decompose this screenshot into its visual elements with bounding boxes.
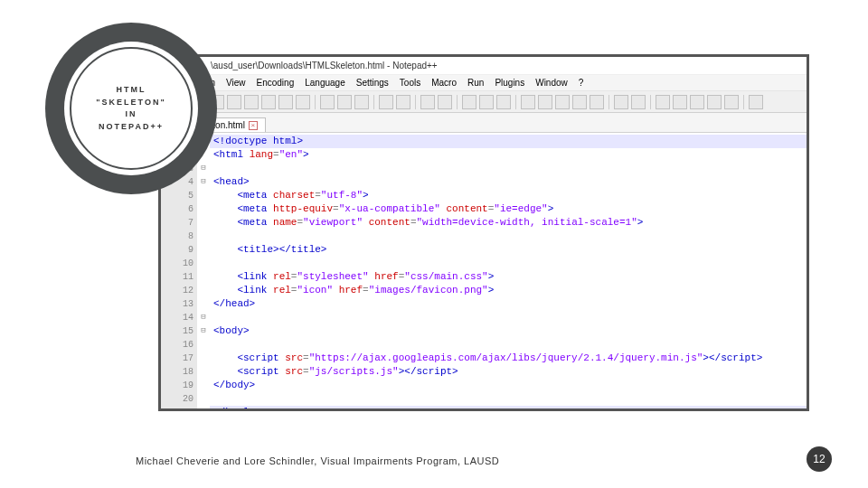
menu-item-settings[interactable]: Settings <box>356 78 389 88</box>
code-line: </html> <box>210 406 807 411</box>
fold-marker <box>197 202 210 216</box>
menu-item-macro[interactable]: Macro <box>431 78 457 88</box>
fold-marker <box>197 216 210 230</box>
toolbar-separator <box>373 95 374 109</box>
code-area[interactable]: <!doctype html><html lang="en"> <head> <… <box>210 133 807 408</box>
code-line: <meta charset="utf-8"> <box>210 189 807 202</box>
menu-item-view[interactable]: View <box>226 78 246 88</box>
fold-marker[interactable]: ⊟ <box>197 324 210 338</box>
code-line: <head> <box>210 175 807 189</box>
badge-text: HTML "SKELETON" IN NOTEPAD++ <box>96 84 165 133</box>
menu-item-window[interactable]: Window <box>535 78 568 88</box>
fold-marker[interactable]: ⊟ <box>197 311 210 324</box>
line-number: 20 <box>174 392 193 406</box>
line-number: 12 <box>174 284 193 297</box>
menu-item-plugins[interactable]: Plugins <box>495 78 524 88</box>
save-icon[interactable] <box>227 95 241 109</box>
undo-icon[interactable] <box>379 95 393 109</box>
fold-marker <box>197 284 210 297</box>
toolbar-separator <box>609 95 609 109</box>
menu-item-?[interactable]: ? <box>579 78 584 88</box>
close-all-icon[interactable] <box>278 95 293 109</box>
fold-marker <box>197 338 210 352</box>
badge-line: IN <box>96 108 165 121</box>
code-line <box>210 311 807 324</box>
title-badge-inner: HTML "SKELETON" IN NOTEPAD++ <box>64 42 198 175</box>
code-line: <meta http-equiv="x-ua-compatible" conte… <box>210 202 807 216</box>
play-icon[interactable] <box>673 95 687 109</box>
line-number: 21 <box>174 406 193 411</box>
code-editor[interactable]: 123456789101112131415161718192021 ⊟⊟⊟⊟⊟⊟… <box>161 133 807 408</box>
window-titlebar: \ausd_user\Downloads\HTMLSkeleton.html -… <box>161 57 807 75</box>
play2-icon[interactable] <box>707 95 722 109</box>
line-number: 6 <box>174 202 193 216</box>
line-number: 19 <box>174 379 193 392</box>
page-number-badge: 12 <box>807 446 832 472</box>
rec-icon[interactable] <box>656 95 670 109</box>
code-line <box>210 162 807 175</box>
fold-margin[interactable]: ⊟⊟⊟⊟⊟⊟ <box>197 133 210 408</box>
save-all-icon[interactable] <box>244 95 259 109</box>
line-number: 9 <box>174 243 193 257</box>
unfold-icon[interactable] <box>590 95 604 109</box>
toolbar-separator <box>415 95 416 109</box>
window-title: \ausd_user\Downloads\HTMLSkeleton.html -… <box>211 61 438 70</box>
close-icon[interactable] <box>261 95 276 109</box>
indent-icon[interactable] <box>555 95 570 109</box>
fold-marker <box>197 257 210 270</box>
abc-icon[interactable] <box>749 95 763 109</box>
code-line: <link rel="icon" href="images/favicon.pn… <box>210 284 807 297</box>
screenshot-frame: \ausd_user\Downloads\HTMLSkeleton.html -… <box>158 54 809 411</box>
code-line <box>210 338 807 352</box>
line-number: 16 <box>174 338 193 352</box>
line-number: 13 <box>174 297 193 311</box>
code-line: <title></title> <box>210 243 807 257</box>
fold-icon[interactable] <box>572 95 587 109</box>
menu-item-language[interactable]: Language <box>305 78 345 88</box>
fold-marker[interactable]: ⊟ <box>197 406 210 411</box>
menu-item-tools[interactable]: Tools <box>400 78 420 88</box>
fold-marker <box>197 352 210 365</box>
dir-icon[interactable] <box>631 95 646 109</box>
code-line: <!doctype html> <box>210 135 807 148</box>
code-line: <html lang="en"> <box>210 148 807 162</box>
fold-marker <box>197 243 210 257</box>
wrap-icon[interactable] <box>521 95 535 109</box>
paste-icon[interactable] <box>354 95 369 109</box>
code-line: <link rel="stylesheet" href="css/main.cs… <box>210 270 807 284</box>
line-number: 18 <box>174 365 193 379</box>
chars-icon[interactable] <box>538 95 552 109</box>
fold-marker[interactable]: ⊟ <box>197 175 210 189</box>
code-line: <body> <box>210 324 807 338</box>
code-line: <script src="https://ajax.googleapis.com… <box>210 352 807 365</box>
close-icon[interactable]: × <box>249 121 258 130</box>
code-line: <meta name="viewport" content="width=dev… <box>210 216 807 230</box>
fold-marker <box>197 379 210 392</box>
stop-icon[interactable] <box>690 95 704 109</box>
menubar: earchViewEncodingLanguageSettingsToolsMa… <box>161 75 807 91</box>
line-number: 7 <box>174 216 193 230</box>
replace-icon[interactable] <box>438 95 452 109</box>
fold-marker <box>197 365 210 379</box>
code-line <box>210 392 807 406</box>
toolbar-separator <box>650 95 651 109</box>
menu-item-encoding[interactable]: Encoding <box>257 78 295 88</box>
cut-icon[interactable] <box>320 95 335 109</box>
code-line <box>210 230 807 243</box>
zoom-in-icon[interactable] <box>462 95 476 109</box>
fold-marker[interactable]: ⊟ <box>197 162 210 175</box>
menu-item-run[interactable]: Run <box>467 78 484 88</box>
sync-icon[interactable] <box>496 95 511 109</box>
redo-icon[interactable] <box>396 95 410 109</box>
title-badge: HTML "SKELETON" IN NOTEPAD++ <box>45 23 217 194</box>
line-number: 14 <box>174 311 193 324</box>
find-icon[interactable] <box>420 95 435 109</box>
hidden-icon[interactable] <box>614 95 628 109</box>
line-number: 8 <box>174 230 193 243</box>
badge-line: "SKELETON" <box>96 97 165 109</box>
rec2-icon[interactable] <box>724 95 739 109</box>
print-icon[interactable] <box>296 95 310 109</box>
zoom-out-icon[interactable] <box>479 95 494 109</box>
code-line <box>210 257 807 270</box>
copy-icon[interactable] <box>337 95 352 109</box>
